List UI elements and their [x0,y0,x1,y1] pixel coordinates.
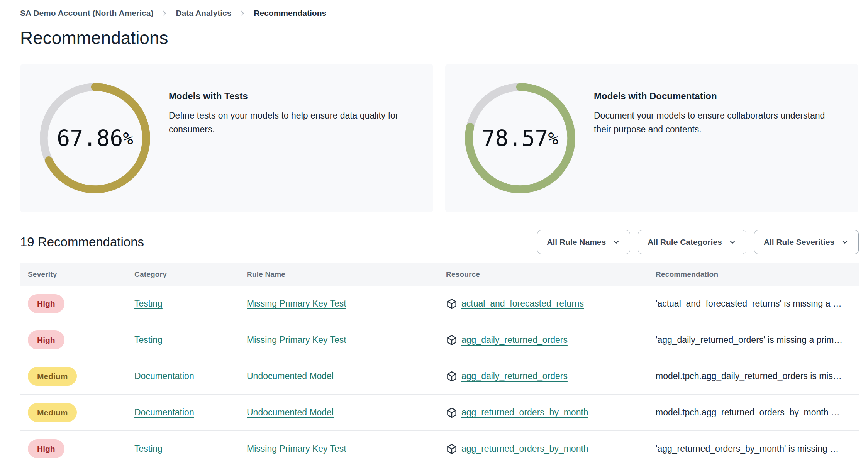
chevron-down-icon [728,238,737,246]
filter-rule-categories[interactable]: All Rule Categories [638,230,746,254]
chevron-right-icon [239,10,246,17]
recommendations-count: 19 Recommendations [20,235,144,249]
card-description-tests: Define tests on your models to help ensu… [169,108,416,136]
card-models-with-documentation: 78.57% Models with Documentation Documen… [445,64,858,212]
category-link[interactable]: Testing [134,444,163,454]
rule-name-link[interactable]: Missing Primary Key Test [247,298,346,308]
breadcrumb: SA Demo Account (North America) Data Ana… [20,0,859,18]
rule-name-link[interactable]: Undocumented Model [247,371,334,381]
breadcrumb-account[interactable]: SA Demo Account (North America) [20,8,153,18]
chevron-down-icon [841,238,849,246]
severity-badge: Medium [28,403,77,422]
docs-donut-chart: 78.57% [460,78,580,198]
tests-donut-chart: 67.86% [35,78,155,198]
recommendation-text: model.tpch.agg_returned_orders_by_month … [656,407,840,417]
filter-rule-names-label: All Rule Names [547,237,606,247]
category-link[interactable]: Documentation [134,371,194,381]
cube-icon [446,407,458,418]
table-row: Medium Documentation Undocumented Model … [20,395,859,431]
column-header-severity: Severity [20,270,127,279]
table-row: High Testing Missing Primary Key Test ac… [20,286,859,322]
severity-badge: High [28,330,64,349]
table-header: Severity Category Rule Name Resource Rec… [20,263,859,286]
table-row: High Testing Missing Primary Key Test ag… [20,431,859,467]
severity-badge: Medium [28,367,77,386]
recommendation-text: 'actual_and_forecasted_returns' is missi… [656,298,842,308]
column-header-resource: Resource [438,270,648,279]
cube-icon [446,371,458,382]
recommendation-text: model.tpch.agg_daily_returned_orders is … [656,371,842,381]
resource-link[interactable]: agg_daily_returned_orders [461,371,568,381]
tests-donut-value: 67.86% [35,78,155,198]
column-header-recommendation: Recommendation [648,270,859,279]
rule-name-link[interactable]: Missing Primary Key Test [247,335,346,345]
card-models-with-tests: 67.86% Models with Tests Define tests on… [20,64,433,212]
recommendations-table: Severity Category Rule Name Resource Rec… [20,263,859,467]
filter-rule-names[interactable]: All Rule Names [537,230,630,254]
cube-icon [446,298,458,310]
category-link[interactable]: Testing [134,335,163,345]
card-title-documentation: Models with Documentation [594,91,841,102]
breadcrumb-project[interactable]: Data Analytics [176,8,231,18]
resource-link[interactable]: agg_daily_returned_orders [461,335,568,345]
chevron-right-icon [161,10,168,17]
table-row: Medium Documentation Undocumented Model … [20,358,859,395]
filter-rule-severities[interactable]: All Rule Severities [754,230,859,254]
severity-badge: High [28,294,64,313]
category-link[interactable]: Testing [134,298,163,308]
recommendation-text: 'agg_daily_returned_orders' is missing a… [656,335,843,345]
category-link[interactable]: Documentation [134,407,194,417]
docs-donut-value: 78.57% [460,78,580,198]
card-description-documentation: Document your models to ensure collabora… [594,108,841,136]
column-header-rule-name: Rule Name [239,270,438,279]
resource-link[interactable]: agg_returned_orders_by_month [461,444,588,454]
table-row: High Testing Missing Primary Key Test ag… [20,322,859,358]
filters: All Rule Names All Rule Categories All R… [537,230,859,254]
cube-icon [446,443,458,455]
severity-badge: High [28,439,64,458]
table-body: High Testing Missing Primary Key Test ac… [20,286,859,467]
rule-name-link[interactable]: Undocumented Model [247,407,334,417]
metric-cards: 67.86% Models with Tests Define tests on… [20,64,859,212]
recommendation-text: 'agg_returned_orders_by_month' is missin… [656,444,839,454]
filter-rule-categories-label: All Rule Categories [648,237,722,247]
page-title: Recommendations [20,27,859,49]
resource-link[interactable]: agg_returned_orders_by_month [461,407,588,418]
card-title-tests: Models with Tests [169,91,416,102]
cube-icon [446,334,458,346]
filter-rule-severities-label: All Rule Severities [764,237,834,247]
resource-link[interactable]: actual_and_forecasted_returns [461,298,584,309]
column-header-category: Category [127,270,239,279]
rule-name-link[interactable]: Missing Primary Key Test [247,444,346,454]
breadcrumb-current: Recommendations [254,8,326,18]
chevron-down-icon [612,238,620,246]
